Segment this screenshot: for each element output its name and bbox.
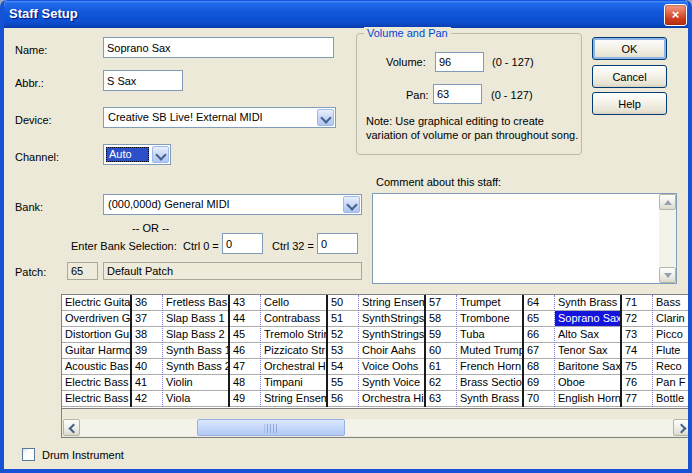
patch-number-cell[interactable]: 39 bbox=[132, 343, 162, 359]
patch-number-cell[interactable]: 60 bbox=[426, 343, 456, 359]
patch-number-cell[interactable]: 65 bbox=[524, 311, 554, 327]
title-bar[interactable]: Staff Setup × bbox=[0, 0, 692, 28]
bank-dropdown-button[interactable] bbox=[343, 196, 360, 213]
patch-name-cell[interactable]: Acoustic Bas bbox=[62, 359, 130, 375]
bank-combobox[interactable]: (000,000d) General MIDI bbox=[103, 194, 362, 215]
patch-name-cell[interactable]: Slap Bass 2 bbox=[163, 327, 228, 343]
patch-name-cell[interactable]: Baritone Sax bbox=[555, 359, 620, 375]
patch-name-cell[interactable]: Tuba bbox=[457, 327, 522, 343]
comment-textarea[interactable] bbox=[372, 193, 677, 284]
patch-name-cell[interactable]: Soprano Sax bbox=[555, 311, 620, 327]
patch-name-cell[interactable]: Timpani bbox=[261, 375, 326, 391]
patch-table-grid[interactable]: Electric GuitaOverdriven GDistortion Gui… bbox=[62, 295, 691, 409]
patch-number-cell[interactable]: 71 bbox=[622, 295, 652, 311]
patch-name-cell[interactable]: French Horn bbox=[457, 359, 522, 375]
patch-name-cell[interactable]: Viola bbox=[163, 391, 228, 407]
patch-name-cell[interactable]: Bass bbox=[653, 295, 691, 311]
patch-name-cell[interactable]: SynthStrings bbox=[359, 311, 424, 327]
patch-name-cell[interactable]: Synth Bass 1 bbox=[163, 343, 228, 359]
scroll-right-button[interactable] bbox=[673, 419, 690, 436]
patch-name-cell[interactable]: String Ensem bbox=[261, 391, 326, 407]
patch-name-cell[interactable]: Muted Trump bbox=[457, 343, 522, 359]
patch-number-cell[interactable]: 59 bbox=[426, 327, 456, 343]
patch-number-cell[interactable]: 37 bbox=[132, 311, 162, 327]
patch-number-cell[interactable]: 45 bbox=[230, 327, 260, 343]
patch-name-cell[interactable]: String Ensem bbox=[359, 295, 424, 311]
help-button[interactable]: Help bbox=[592, 92, 667, 115]
patch-number-cell[interactable]: 62 bbox=[426, 375, 456, 391]
patch-name-cell[interactable]: Synth Brass bbox=[457, 391, 522, 407]
patch-number-cell[interactable]: 42 bbox=[132, 391, 162, 407]
patch-number-cell[interactable]: 67 bbox=[524, 343, 554, 359]
patch-number-cell[interactable]: 50 bbox=[328, 295, 358, 311]
patch-name-cell[interactable]: Fretless Bas bbox=[163, 295, 228, 311]
scroll-left-button[interactable] bbox=[63, 419, 80, 436]
scrollbar-thumb[interactable] bbox=[197, 419, 345, 436]
close-button[interactable]: × bbox=[664, 4, 687, 26]
patch-name-cell[interactable]: Distortion Gui bbox=[62, 327, 130, 343]
patch-number-cell[interactable]: 51 bbox=[328, 311, 358, 327]
patch-name-cell[interactable]: Guitar Harmo bbox=[62, 343, 130, 359]
patch-number-cell[interactable]: 75 bbox=[622, 359, 652, 375]
patch-name-cell[interactable]: Synth Bass 2 bbox=[163, 359, 228, 375]
patch-name-cell[interactable]: Clarin bbox=[653, 311, 691, 327]
device-dropdown-button[interactable] bbox=[317, 109, 334, 126]
patch-name-cell[interactable]: SynthStrings bbox=[359, 327, 424, 343]
patch-name-cell[interactable]: Flute bbox=[653, 343, 691, 359]
patch-name-cell[interactable]: Reco bbox=[653, 359, 691, 375]
patch-name-cell[interactable]: Picco bbox=[653, 327, 691, 343]
patch-number-cell[interactable]: 53 bbox=[328, 343, 358, 359]
patch-name-cell[interactable]: Synth Voice bbox=[359, 375, 424, 391]
patch-number-cell[interactable]: 66 bbox=[524, 327, 554, 343]
ok-button[interactable]: OK bbox=[592, 37, 667, 60]
comment-vertical-scrollbar[interactable] bbox=[659, 194, 676, 283]
device-combobox[interactable]: Creative SB Live! External MIDI bbox=[103, 107, 336, 128]
patch-name-cell[interactable]: Orchestral H bbox=[261, 359, 326, 375]
patch-number-cell[interactable]: 54 bbox=[328, 359, 358, 375]
patch-number-cell[interactable]: 76 bbox=[622, 375, 652, 391]
patch-number-cell[interactable]: 69 bbox=[524, 375, 554, 391]
patch-name-cell[interactable]: Contrabass bbox=[261, 311, 326, 327]
patch-number-cell[interactable]: 38 bbox=[132, 327, 162, 343]
patch-number-cell[interactable]: 41 bbox=[132, 375, 162, 391]
patch-name-cell[interactable]: Oboe bbox=[555, 375, 620, 391]
patch-number-cell[interactable]: 64 bbox=[524, 295, 554, 311]
patch-number-cell[interactable]: 46 bbox=[230, 343, 260, 359]
patch-name-cell[interactable]: Electric Guita bbox=[62, 295, 130, 311]
patch-name-cell[interactable]: Pizzicato Stri bbox=[261, 343, 326, 359]
patch-name-cell[interactable]: Cello bbox=[261, 295, 326, 311]
patch-number-cell[interactable]: 61 bbox=[426, 359, 456, 375]
patch-name-cell[interactable]: Alto Sax bbox=[555, 327, 620, 343]
patch-number-cell[interactable]: 72 bbox=[622, 311, 652, 327]
patch-number-cell[interactable]: 52 bbox=[328, 327, 358, 343]
patch-table-horizontal-scrollbar[interactable] bbox=[63, 419, 690, 436]
patch-name-cell[interactable]: English Horn bbox=[555, 391, 620, 407]
name-input[interactable] bbox=[103, 37, 334, 58]
channel-dropdown-button[interactable] bbox=[152, 146, 169, 163]
patch-number-cell[interactable]: 70 bbox=[524, 391, 554, 407]
cancel-button[interactable]: Cancel bbox=[592, 65, 667, 88]
abbr-input[interactable] bbox=[103, 70, 183, 91]
patch-number-cell[interactable]: 36 bbox=[132, 295, 162, 311]
patch-number-cell[interactable]: 57 bbox=[426, 295, 456, 311]
patch-name-cell[interactable]: Bottle bbox=[653, 391, 691, 407]
patch-name-cell[interactable]: Electric Bass bbox=[62, 391, 130, 407]
patch-number-cell[interactable]: 77 bbox=[622, 391, 652, 407]
ctrl32-input[interactable] bbox=[317, 233, 358, 254]
patch-number-cell[interactable]: 74 bbox=[622, 343, 652, 359]
volume-input[interactable] bbox=[435, 52, 484, 72]
patch-number-cell[interactable]: 56 bbox=[328, 391, 358, 407]
patch-name-cell[interactable]: Electric Bass bbox=[62, 375, 130, 391]
patch-name-cell[interactable]: Trombone bbox=[457, 311, 522, 327]
patch-name-cell[interactable]: Choir Aahs bbox=[359, 343, 424, 359]
patch-name-cell[interactable]: Brass Sectio bbox=[457, 375, 522, 391]
patch-name-cell[interactable]: Trumpet bbox=[457, 295, 522, 311]
patch-number-cell[interactable]: 73 bbox=[622, 327, 652, 343]
pan-input[interactable] bbox=[433, 84, 482, 104]
patch-number-cell[interactable]: 48 bbox=[230, 375, 260, 391]
patch-name-cell[interactable]: Tenor Sax bbox=[555, 343, 620, 359]
channel-combobox[interactable]: Auto bbox=[103, 144, 171, 165]
patch-name-cell[interactable]: Synth Brass bbox=[555, 295, 620, 311]
patch-number-cell[interactable]: 47 bbox=[230, 359, 260, 375]
patch-name-cell[interactable]: Slap Bass 1 bbox=[163, 311, 228, 327]
